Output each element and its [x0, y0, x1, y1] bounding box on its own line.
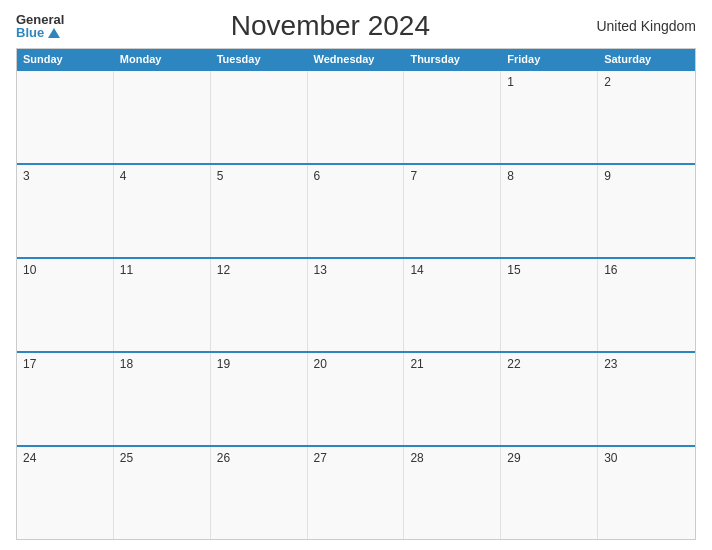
calendar-week-4: 17181920212223	[17, 351, 695, 445]
day-number: 25	[120, 451, 133, 465]
calendar-cell-w4-d1: 17	[17, 353, 114, 445]
calendar-cell-w4-d7: 23	[598, 353, 695, 445]
calendar-cell-w5-d5: 28	[404, 447, 501, 539]
day-number: 21	[410, 357, 423, 371]
day-number: 27	[314, 451, 327, 465]
calendar-cell-w1-d7: 2	[598, 71, 695, 163]
col-tuesday: Tuesday	[211, 49, 308, 69]
day-number: 16	[604, 263, 617, 277]
calendar-grid: Sunday Monday Tuesday Wednesday Thursday…	[16, 48, 696, 540]
calendar-header-row: Sunday Monday Tuesday Wednesday Thursday…	[17, 49, 695, 69]
calendar-cell-w4-d4: 20	[308, 353, 405, 445]
calendar-cell-w1-d4	[308, 71, 405, 163]
day-number: 4	[120, 169, 127, 183]
day-number: 9	[604, 169, 611, 183]
calendar-cell-w2-d4: 6	[308, 165, 405, 257]
logo-triangle-icon	[48, 28, 60, 38]
day-number: 26	[217, 451, 230, 465]
calendar-cell-w4-d6: 22	[501, 353, 598, 445]
col-monday: Monday	[114, 49, 211, 69]
region-label: United Kingdom	[596, 18, 696, 34]
calendar-cell-w3-d3: 12	[211, 259, 308, 351]
day-number: 10	[23, 263, 36, 277]
calendar-cell-w5-d2: 25	[114, 447, 211, 539]
calendar-cell-w2-d5: 7	[404, 165, 501, 257]
calendar-cell-w3-d7: 16	[598, 259, 695, 351]
calendar-week-5: 24252627282930	[17, 445, 695, 539]
day-number: 17	[23, 357, 36, 371]
day-number: 20	[314, 357, 327, 371]
day-number: 12	[217, 263, 230, 277]
calendar-cell-w4-d5: 21	[404, 353, 501, 445]
calendar-cell-w2-d3: 5	[211, 165, 308, 257]
calendar-cell-w5-d3: 26	[211, 447, 308, 539]
calendar-cell-w2-d7: 9	[598, 165, 695, 257]
calendar-cell-w1-d1	[17, 71, 114, 163]
day-number: 24	[23, 451, 36, 465]
calendar-cell-w3-d6: 15	[501, 259, 598, 351]
calendar-cell-w5-d1: 24	[17, 447, 114, 539]
calendar-title: November 2024	[231, 10, 430, 42]
day-number: 28	[410, 451, 423, 465]
day-number: 11	[120, 263, 133, 277]
day-number: 13	[314, 263, 327, 277]
logo-blue-text: Blue	[16, 26, 44, 39]
calendar-cell-w1-d3	[211, 71, 308, 163]
col-thursday: Thursday	[404, 49, 501, 69]
day-number: 23	[604, 357, 617, 371]
calendar-cell-w2-d6: 8	[501, 165, 598, 257]
day-number: 14	[410, 263, 423, 277]
day-number: 6	[314, 169, 321, 183]
calendar-cell-w4-d2: 18	[114, 353, 211, 445]
day-number: 29	[507, 451, 520, 465]
day-number: 3	[23, 169, 30, 183]
day-number: 5	[217, 169, 224, 183]
logo-blue-row: Blue	[16, 26, 64, 39]
calendar-cell-w1-d6: 1	[501, 71, 598, 163]
calendar-cell-w3-d5: 14	[404, 259, 501, 351]
col-saturday: Saturday	[598, 49, 695, 69]
day-number: 1	[507, 75, 514, 89]
day-number: 8	[507, 169, 514, 183]
calendar-week-1: 12	[17, 69, 695, 163]
day-number: 18	[120, 357, 133, 371]
day-number: 15	[507, 263, 520, 277]
col-wednesday: Wednesday	[308, 49, 405, 69]
day-number: 7	[410, 169, 417, 183]
calendar-week-2: 3456789	[17, 163, 695, 257]
calendar-body: 1234567891011121314151617181920212223242…	[17, 69, 695, 539]
day-number: 2	[604, 75, 611, 89]
day-number: 19	[217, 357, 230, 371]
calendar-cell-w2-d2: 4	[114, 165, 211, 257]
calendar-cell-w2-d1: 3	[17, 165, 114, 257]
calendar-page: General Blue November 2024 United Kingdo…	[0, 0, 712, 550]
calendar-cell-w3-d2: 11	[114, 259, 211, 351]
day-number: 22	[507, 357, 520, 371]
col-friday: Friday	[501, 49, 598, 69]
calendar-cell-w3-d4: 13	[308, 259, 405, 351]
day-number: 30	[604, 451, 617, 465]
col-sunday: Sunday	[17, 49, 114, 69]
calendar-cell-w1-d5	[404, 71, 501, 163]
calendar-cell-w4-d3: 19	[211, 353, 308, 445]
logo: General Blue	[16, 13, 64, 39]
calendar-cell-w1-d2	[114, 71, 211, 163]
calendar-cell-w3-d1: 10	[17, 259, 114, 351]
calendar-cell-w5-d6: 29	[501, 447, 598, 539]
page-header: General Blue November 2024 United Kingdo…	[16, 10, 696, 42]
calendar-cell-w5-d7: 30	[598, 447, 695, 539]
calendar-cell-w5-d4: 27	[308, 447, 405, 539]
calendar-week-3: 10111213141516	[17, 257, 695, 351]
